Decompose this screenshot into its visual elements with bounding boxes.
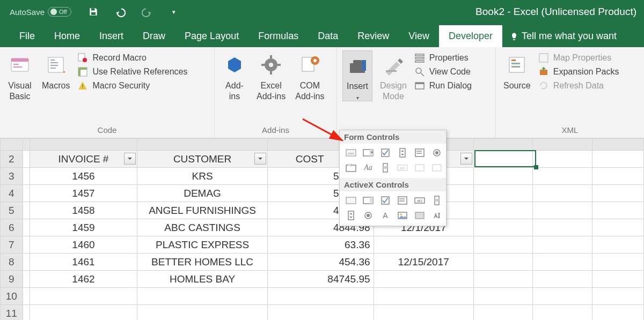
worksheet[interactable]: 2 INVOICE # CUSTOMER COST ID 31456KRS525…: [0, 138, 644, 320]
ax-morecontrols-icon[interactable]: [429, 209, 445, 222]
form-scrollbar-icon[interactable]: [377, 161, 393, 175]
header-customer[interactable]: CUSTOMER: [137, 151, 268, 168]
macros-button[interactable]: Macros: [40, 50, 72, 91]
row-header-7[interactable]: 7: [1, 236, 23, 254]
ax-optionbutton-icon[interactable]: [360, 209, 376, 222]
ax-commandbutton-icon[interactable]: [343, 194, 359, 207]
redo-icon[interactable]: [141, 6, 153, 18]
ax-textbox-icon[interactable]: ab|: [412, 194, 428, 207]
form-optionbutton-icon[interactable]: [429, 146, 445, 160]
save-icon[interactable]: [87, 6, 99, 18]
cell[interactable]: [592, 151, 643, 168]
cell-customer[interactable]: HOMLES BAY: [137, 271, 268, 288]
ax-togglebutton-icon[interactable]: [412, 209, 428, 222]
insert-controls-button[interactable]: Insert ▾: [342, 50, 372, 101]
properties-button[interactable]: Properties: [414, 53, 472, 63]
tab-data[interactable]: Data: [308, 25, 348, 47]
ax-scrollbar-icon[interactable]: [429, 194, 445, 207]
autosave-toggle[interactable]: Off: [48, 7, 71, 17]
expansion-packs-button[interactable]: Expansion Packs: [538, 66, 619, 77]
cell[interactable]: [533, 185, 592, 202]
row-header-2[interactable]: 2: [1, 151, 23, 168]
macro-security-button[interactable]: Macro Security: [77, 80, 187, 91]
tab-home[interactable]: Home: [45, 25, 90, 47]
source-button[interactable]: Source: [501, 50, 533, 91]
filter-button-customer[interactable]: [254, 153, 266, 165]
cell-cost[interactable]: 84745.95: [267, 271, 374, 288]
addins-button[interactable]: Add- ins: [220, 50, 249, 102]
cell[interactable]: [592, 219, 643, 236]
ax-label-icon[interactable]: A: [377, 209, 393, 222]
map-properties-button[interactable]: Map Properties: [538, 53, 619, 63]
tab-insert[interactable]: Insert: [90, 25, 133, 47]
row-header-5[interactable]: 5: [1, 202, 23, 219]
excel-addins-button[interactable]: Excel Add-ins: [254, 50, 288, 102]
tab-draw[interactable]: Draw: [133, 25, 175, 47]
filter-button-invoice[interactable]: [124, 153, 136, 165]
form-button-icon[interactable]: xxxx: [343, 146, 359, 160]
form-groupbox-icon[interactable]: XYZ: [343, 161, 359, 175]
cell-customer[interactable]: DEMAG: [137, 185, 268, 202]
autosave-control[interactable]: AutoSave Off: [10, 7, 71, 17]
view-code-button[interactable]: View Code: [414, 66, 472, 77]
cell-customer[interactable]: ANGEL FURNISHINGS: [137, 202, 268, 219]
cell-cost[interactable]: 63.36: [267, 236, 374, 254]
ax-image-icon[interactable]: [394, 209, 411, 222]
tab-file[interactable]: File: [12, 25, 45, 47]
use-relative-refs-button[interactable]: Use Relative References: [77, 66, 187, 77]
tab-view[interactable]: View: [399, 25, 439, 47]
cell[interactable]: [533, 168, 592, 185]
cell-customer[interactable]: KRS: [137, 168, 268, 185]
row-header-9[interactable]: 9: [1, 271, 23, 288]
cell[interactable]: [533, 202, 592, 219]
fill-handle[interactable]: [534, 165, 538, 169]
cell-customer[interactable]: BETTER HOMES LLC: [137, 254, 268, 271]
form-checkbox-icon[interactable]: [377, 146, 393, 160]
cell-customer[interactable]: ABC CASTINGS: [137, 219, 268, 236]
cell[interactable]: [473, 254, 532, 271]
cell[interactable]: [592, 271, 643, 288]
form-listbox-icon[interactable]: [412, 146, 428, 160]
cell[interactable]: [592, 168, 643, 185]
filter-button-paid[interactable]: [460, 153, 472, 165]
cell[interactable]: [533, 236, 592, 254]
cell-cost[interactable]: 454.36: [267, 254, 374, 271]
tab-developer[interactable]: Developer: [439, 25, 502, 47]
run-dialog-button[interactable]: Run Dialog: [414, 80, 472, 91]
cell[interactable]: [592, 254, 643, 271]
cell[interactable]: [473, 236, 532, 254]
undo-icon[interactable]: [114, 6, 126, 18]
cell-invoice[interactable]: 1457: [30, 185, 137, 202]
refresh-data-button[interactable]: Refresh Data: [538, 80, 619, 91]
cell[interactable]: [473, 151, 532, 168]
ax-checkbox-icon[interactable]: [377, 194, 393, 207]
row-header-11[interactable]: 11: [1, 305, 23, 321]
cell-invoice[interactable]: 1460: [30, 236, 137, 254]
form-label-icon[interactable]: Aa: [360, 161, 376, 175]
header-invoice[interactable]: INVOICE #: [30, 151, 137, 168]
cell[interactable]: [533, 151, 592, 168]
design-mode-button[interactable]: Design Mode: [378, 50, 409, 102]
cell[interactable]: [533, 271, 592, 288]
cell-invoice[interactable]: 1461: [30, 254, 137, 271]
cell[interactable]: [592, 185, 643, 202]
visual-basic-button[interactable]: Visual Basic: [5, 50, 34, 102]
cell[interactable]: [473, 185, 532, 202]
cell[interactable]: [473, 219, 532, 236]
cell[interactable]: [533, 254, 592, 271]
tab-page-layout[interactable]: Page Layout: [175, 25, 248, 47]
tab-formulas[interactable]: Formulas: [248, 25, 308, 47]
cell-customer[interactable]: PLASTIC EXPRESS: [137, 236, 268, 254]
cell[interactable]: [473, 168, 532, 185]
tab-review[interactable]: Review: [348, 25, 399, 47]
grid[interactable]: 2 INVOICE # CUSTOMER COST ID 31456KRS525…: [0, 138, 644, 320]
cell[interactable]: [592, 202, 643, 219]
ax-listbox-icon[interactable]: [394, 194, 411, 207]
select-all-corner[interactable]: [1, 139, 23, 151]
cell-invoice[interactable]: 1459: [30, 219, 137, 236]
form-spinner-icon[interactable]: [394, 146, 411, 160]
cell[interactable]: [592, 236, 643, 254]
row-header-8[interactable]: 8: [1, 254, 23, 271]
row-header-3[interactable]: 3: [1, 168, 23, 185]
cell-invoice[interactable]: 1458: [30, 202, 137, 219]
